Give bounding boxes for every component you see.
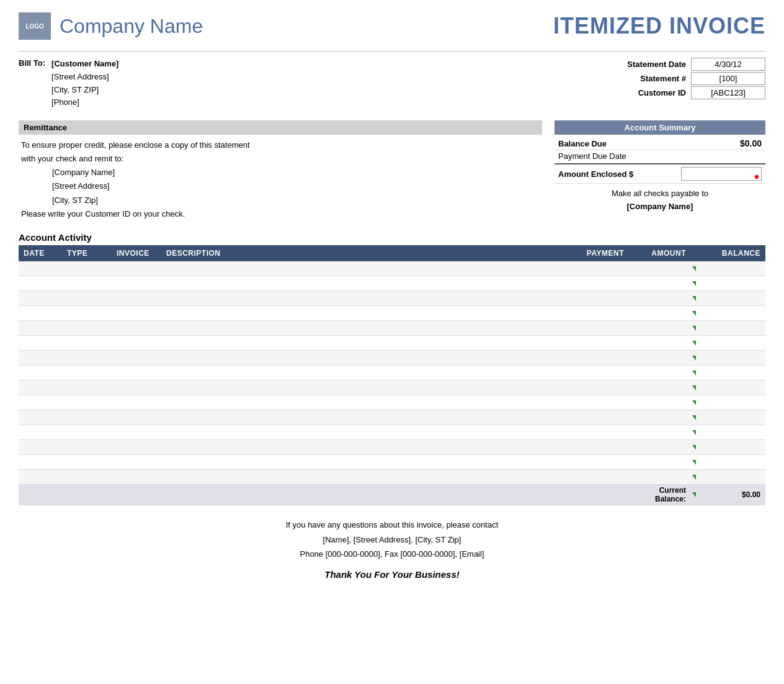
cell-type — [62, 351, 112, 366]
remittance-section: Remittance To ensure proper credit, plea… — [19, 120, 542, 221]
cell-balance — [691, 351, 765, 366]
cell-invoice — [112, 395, 161, 410]
bill-to-label: Bill To: — [19, 58, 45, 109]
cell-payment — [561, 455, 629, 470]
cell-balance — [691, 291, 765, 306]
cell-description — [161, 306, 561, 321]
cell-amount — [629, 440, 691, 455]
current-balance-empty — [19, 485, 629, 505]
statement-number-label: Statement # — [612, 74, 686, 83]
footer-line2: [Name], [Street Address], [City, ST Zip] — [19, 533, 765, 547]
remittance-customer-note: Please write your Customer ID on your ch… — [21, 207, 540, 221]
cell-invoice — [112, 276, 161, 291]
cell-description — [161, 470, 561, 485]
green-triangle-icon — [692, 385, 696, 390]
cell-amount — [629, 395, 691, 410]
table-row — [19, 261, 765, 276]
cell-type — [62, 425, 112, 440]
cell-payment — [561, 336, 629, 351]
table-row — [19, 366, 765, 380]
cell-date — [19, 351, 62, 366]
header-divider — [19, 51, 765, 52]
remittance-line1: To ensure proper credit, please enclose … — [21, 138, 540, 152]
top-info-section: Bill To: [Customer Name] [Street Address… — [19, 58, 765, 109]
green-triangle-icon — [692, 296, 696, 301]
cell-payment — [561, 366, 629, 380]
cell-date — [19, 276, 62, 291]
cell-description — [161, 351, 561, 366]
table-row — [19, 425, 765, 440]
page-header: LOGO Company Name ITEMIZED INVOICE — [19, 12, 765, 40]
cell-invoice — [112, 425, 161, 440]
green-triangle-icon — [692, 341, 696, 346]
cell-type — [62, 261, 112, 276]
table-row — [19, 470, 765, 485]
bill-phone: [Phone] — [51, 96, 118, 109]
green-triangle-icon — [692, 371, 696, 376]
cell-date — [19, 261, 62, 276]
green-triangle-icon — [692, 400, 696, 405]
amount-enclosed-input[interactable] — [681, 167, 762, 181]
payment-due-date-row: Payment Due Date — [555, 150, 765, 162]
cell-invoice — [112, 261, 161, 276]
current-balance-value: $0.00 — [691, 485, 765, 505]
statement-date-value: 4/30/12 — [691, 58, 765, 71]
table-row — [19, 306, 765, 321]
col-amount: AMOUNT — [629, 245, 691, 261]
activity-title: Account Activity — [19, 232, 765, 243]
bill-city: [City, ST ZIP] — [51, 84, 118, 97]
cell-type — [62, 455, 112, 470]
green-triangle-icon — [692, 415, 696, 420]
cell-date — [19, 455, 62, 470]
cell-payment — [561, 470, 629, 485]
remittance-header: Remittance — [19, 120, 542, 135]
cell-amount — [629, 276, 691, 291]
cell-payment — [561, 306, 629, 321]
cell-balance — [691, 276, 765, 291]
cell-invoice — [112, 366, 161, 380]
statement-number-value: [100] — [691, 72, 765, 85]
cell-amount — [629, 380, 691, 395]
remittance-company: [Company Name] — [52, 166, 540, 179]
bill-to-section: Bill To: [Customer Name] [Street Address… — [19, 58, 118, 109]
cell-type — [62, 276, 112, 291]
cell-description — [161, 366, 561, 380]
cell-type — [62, 366, 112, 380]
balance-due-label: Balance Due — [558, 139, 607, 148]
activity-table: DATE TYPE INVOICE DESCRIPTION PAYMENT AM… — [19, 245, 765, 506]
customer-id-value: [ABC123] — [691, 86, 765, 99]
activity-section: Account Activity DATE TYPE INVOICE DESCR… — [19, 232, 765, 506]
cell-amount — [629, 410, 691, 425]
green-triangle-icon — [692, 326, 696, 331]
bill-street: [Street Address] — [51, 71, 118, 84]
cell-invoice — [112, 410, 161, 425]
invoice-title: ITEMIZED INVOICE — [553, 13, 765, 39]
cell-description — [161, 380, 561, 395]
cell-description — [161, 395, 561, 410]
table-row — [19, 455, 765, 470]
cell-amount — [629, 455, 691, 470]
cell-description — [161, 291, 561, 306]
cell-invoice — [112, 306, 161, 321]
cell-date — [19, 395, 62, 410]
cell-date — [19, 291, 62, 306]
cell-type — [62, 440, 112, 455]
cell-description — [161, 261, 561, 276]
cell-invoice — [112, 380, 161, 395]
cell-payment — [561, 321, 629, 336]
remittance-city: [City, ST Zip] — [52, 194, 540, 207]
col-payment: PAYMENT — [561, 245, 629, 261]
checks-payable-line1: Make all checks payable to — [557, 187, 763, 200]
cell-description — [161, 321, 561, 336]
table-row — [19, 336, 765, 351]
cell-description — [161, 425, 561, 440]
green-triangle-icon — [692, 460, 696, 465]
green-triangle-icon — [692, 430, 696, 435]
statement-number-row: Statement # [100] — [612, 72, 765, 85]
cell-payment — [561, 261, 629, 276]
cell-amount — [629, 366, 691, 380]
cell-balance — [691, 440, 765, 455]
cell-date — [19, 380, 62, 395]
cell-type — [62, 395, 112, 410]
cell-date — [19, 410, 62, 425]
